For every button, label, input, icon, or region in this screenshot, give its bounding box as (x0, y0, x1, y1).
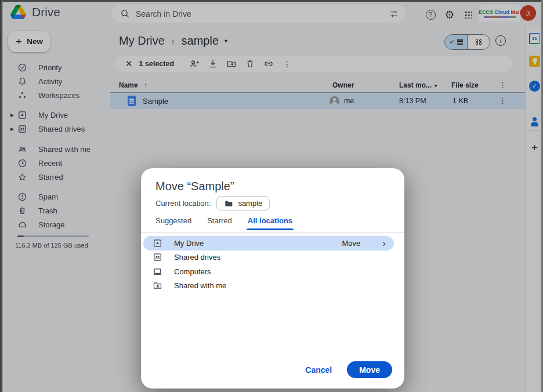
clock-icon (17, 158, 27, 168)
sidebar-nav: Priority Activity Workspaces ▶ My Drive … (0, 60, 110, 231)
row-move-action[interactable]: Move (342, 239, 361, 248)
search-icon (120, 9, 130, 19)
google-drive-screen: Drive ? ⚙ ECCS Cloud Mail Ji + New Prior… (0, 0, 543, 392)
window-top-edge (0, 0, 543, 2)
search-bar[interactable] (112, 5, 406, 23)
new-button[interactable]: + New (8, 31, 50, 52)
sidebar-item-storage[interactable]: Storage (0, 217, 110, 231)
breadcrumb-my-drive[interactable]: My Drive (119, 34, 165, 48)
contacts-icon[interactable] (529, 116, 540, 127)
location-row-computers[interactable]: Computers (143, 264, 394, 279)
grid-view-icon (476, 39, 482, 45)
sidebar-item-priority[interactable]: Priority (0, 60, 110, 74)
file-name: Sample (143, 97, 168, 106)
file-last-modified: 8:13 PM (399, 97, 426, 105)
location-list: My Drive Move › Shared drives Computers … (141, 236, 404, 293)
current-location-chip[interactable]: sample (216, 196, 270, 210)
check-circle-icon (17, 63, 27, 72)
sidebar-item-shared-with-me[interactable]: Shared with me (0, 142, 110, 156)
shared-drives-icon (17, 124, 27, 134)
window-left-edge (0, 0, 3, 392)
sidebar-item-workspaces[interactable]: Workspaces (0, 88, 110, 102)
file-more-actions-icon[interactable]: ⋮ (499, 96, 506, 105)
gear-icon: ⚙ (444, 9, 454, 20)
calendar-icon[interactable]: 31 (529, 33, 540, 44)
drive-logo[interactable]: Drive (10, 5, 60, 19)
file-owner: me (344, 97, 354, 105)
storage-usage-text: 116.3 MB of 125 GB used (15, 242, 88, 249)
tasks-icon[interactable]: ✓ (529, 81, 540, 92)
chevron-right-icon[interactable]: › (382, 238, 386, 248)
current-location-label: Current location: (155, 199, 211, 208)
search-filters-icon[interactable] (389, 9, 399, 19)
details-button[interactable]: i (495, 35, 506, 46)
shared-folder-icon (153, 281, 162, 291)
storage-meter-fill (17, 235, 24, 237)
sidebar-item-activity[interactable]: Activity (0, 74, 110, 88)
drive-logo-icon (10, 5, 26, 19)
cancel-button[interactable]: Cancel (305, 365, 332, 375)
delete-trash-icon[interactable] (245, 59, 255, 69)
grid-view-button[interactable] (468, 35, 490, 49)
get-addons-button[interactable]: + (529, 141, 540, 154)
apps-grid-button[interactable] (461, 7, 476, 22)
apps-grid-icon (464, 10, 472, 19)
my-drive-icon (17, 110, 27, 120)
side-apps-panel: 31 ✓ + (525, 28, 543, 392)
move-dialog: Move “Sample” Current location: sample S… (141, 168, 404, 389)
dropdown-arrow-icon: ▼ (433, 84, 438, 89)
file-row-selected[interactable]: Sample me 8:13 PM 1 KB ⋮ (110, 93, 525, 109)
help-button[interactable]: ? (423, 7, 438, 22)
help-icon: ? (426, 10, 436, 20)
copy-link-icon[interactable] (263, 59, 274, 69)
sort-ascending-icon[interactable]: ↑ (144, 81, 148, 89)
view-toggle: ✓ (444, 34, 490, 50)
move-to-folder-icon[interactable] (226, 59, 237, 69)
move-button[interactable]: Move (347, 361, 392, 378)
info-icon: i (499, 37, 501, 44)
people-icon (17, 144, 27, 154)
clear-selection-button[interactable]: ✕ (125, 59, 133, 69)
sidebar-item-starred[interactable]: Starred (0, 170, 110, 184)
account-badge[interactable]: ECCS Cloud Mail (479, 5, 520, 21)
column-file-size[interactable]: File size (451, 81, 479, 89)
selection-toolbar: ✕ 1 selected ⋮ (115, 56, 513, 72)
breadcrumb-chevron-icon: › (172, 37, 175, 46)
account-badge-title: ECCS Cloud Mail (479, 9, 521, 15)
more-actions-icon[interactable]: ⋮ (283, 59, 291, 68)
expand-caret-icon[interactable]: ▶ (10, 126, 14, 132)
column-settings-icon[interactable]: ⋮ (499, 81, 506, 89)
account-avatar[interactable]: Ji (520, 5, 536, 21)
sidebar-item-shared-drives[interactable]: ▶ Shared drives (0, 122, 110, 136)
panel-divider (529, 130, 540, 130)
location-row-shared-drives[interactable]: Shared drives (143, 251, 394, 265)
sidebar-item-my-drive[interactable]: ▶ My Drive (0, 108, 110, 122)
sidebar-item-trash[interactable]: Trash (0, 204, 110, 217)
file-size: 1 KB (453, 97, 468, 105)
location-row-my-drive[interactable]: My Drive Move › (143, 236, 394, 251)
breadcrumb-current-folder[interactable]: sample▼ (182, 34, 229, 48)
check-icon: ✓ (449, 38, 454, 46)
search-input[interactable] (136, 9, 389, 19)
list-view-button[interactable]: ✓ (445, 35, 468, 49)
sidebar-item-recent[interactable]: Recent (0, 156, 110, 170)
settings-button[interactable]: ⚙ (442, 7, 457, 22)
tab-starred[interactable]: Starred (207, 216, 232, 230)
dropdown-arrow-icon: ▼ (223, 38, 229, 44)
sidebar-item-spam[interactable]: Spam (0, 190, 110, 204)
shared-drives-icon (153, 252, 162, 262)
column-owner[interactable]: Owner (332, 81, 354, 89)
tab-all-locations[interactable]: All locations (248, 216, 292, 230)
expand-caret-icon[interactable]: ▶ (10, 112, 14, 118)
column-name[interactable]: Name (119, 81, 138, 89)
breadcrumb: My Drive › sample▼ (119, 34, 229, 48)
tab-suggested[interactable]: Suggested (155, 216, 191, 230)
plus-icon: + (16, 36, 22, 47)
dialog-tabs: Suggested Starred All locations (155, 216, 292, 230)
download-icon[interactable] (208, 59, 218, 69)
folder-icon (224, 199, 233, 208)
keep-icon[interactable] (529, 56, 540, 67)
column-last-modified[interactable]: Last mo... ▼ (399, 81, 438, 89)
location-row-shared-with-me[interactable]: Shared with me (143, 279, 394, 293)
share-person-add-icon[interactable] (189, 59, 200, 69)
